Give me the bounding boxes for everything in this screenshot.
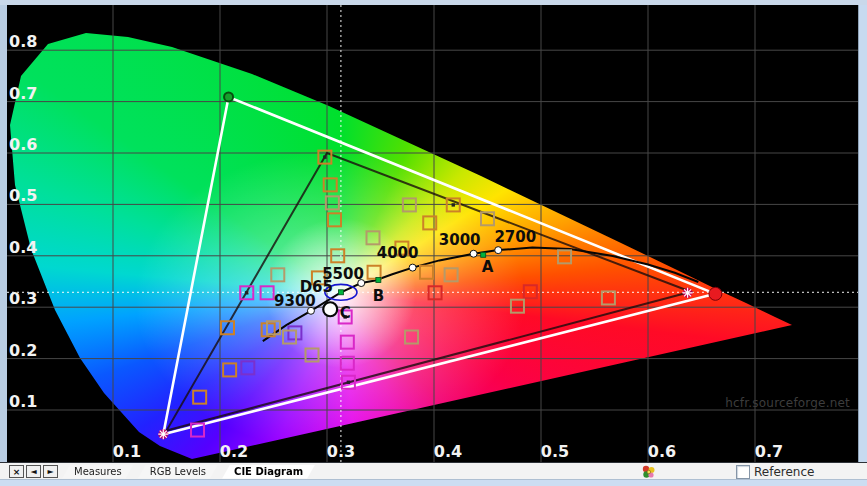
hcfr-logo-icon <box>641 465 656 479</box>
app-window: 9300D655500400030002700ABC0.10.20.30.40.… <box>0 0 867 486</box>
reference-control: Reference <box>736 465 814 479</box>
tab-rgb-levels[interactable]: RGB Levels <box>138 465 218 479</box>
tab-measures[interactable]: Measures <box>62 465 134 479</box>
status-strip <box>0 479 867 486</box>
scroll-tabs-right-button[interactable]: ► <box>43 465 58 478</box>
window-right-border <box>858 5 867 462</box>
reference-checkbox[interactable] <box>736 465 750 479</box>
tab-cie-diagram[interactable]: CIE Diagram <box>222 465 315 479</box>
scroll-tabs-left-button[interactable]: ◄ <box>26 465 41 478</box>
reference-label: Reference <box>754 465 814 479</box>
close-tabs-button[interactable]: × <box>9 465 24 478</box>
watermark: hcfr.sourceforge.net <box>722 396 850 410</box>
